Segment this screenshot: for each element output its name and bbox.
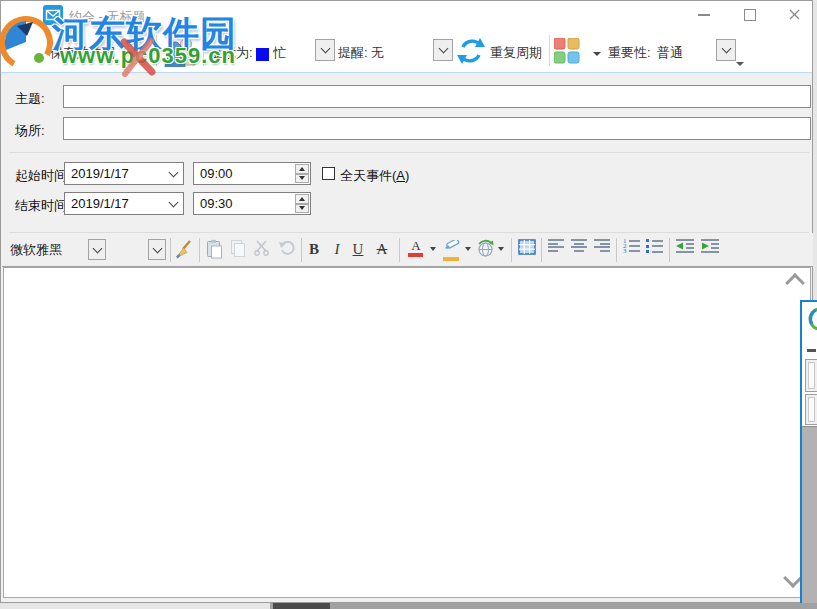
divider [549, 35, 550, 66]
table-grid-icon [518, 239, 536, 255]
people-icon [162, 35, 200, 67]
spin-down-icon [299, 206, 305, 210]
highlight-button[interactable] [443, 239, 461, 261]
highlight-dropdown-icon[interactable] [465, 247, 471, 251]
command-toolbar: 保存并关闭 显示为: 忙 提醒: 无 重复周期 [1, 29, 812, 73]
chevron-down-icon [320, 44, 330, 54]
dot [646, 245, 649, 248]
end-time-value: 09:30 [200, 196, 233, 211]
show-as-value: 忙 [273, 44, 286, 62]
increase-indent-button[interactable] [701, 239, 719, 257]
start-time-up-button[interactable] [295, 164, 309, 174]
all-day-label-suffix: ) [405, 168, 409, 183]
strikethrough-button[interactable]: A [373, 239, 391, 259]
bar [629, 250, 640, 252]
all-day-mnemonic: A [396, 168, 405, 183]
chevron-down-icon [168, 167, 178, 177]
scissors-icon [253, 239, 271, 257]
all-day-label-prefix: 全天事件( [340, 168, 396, 183]
align-left-button[interactable] [548, 239, 564, 252]
location-label: 场所: [15, 122, 45, 140]
font-name-value[interactable]: 微软雅黑 [10, 241, 62, 259]
minimize-button[interactable] [684, 1, 724, 28]
maximize-button[interactable] [730, 1, 770, 28]
cut-button[interactable] [253, 239, 271, 261]
close-button[interactable] [774, 1, 814, 28]
start-time-label: 起始时间: [15, 167, 71, 185]
divider [669, 238, 670, 262]
invite-attendees-button[interactable] [162, 35, 200, 71]
align-center-button[interactable] [571, 239, 587, 252]
importance-dropdown[interactable] [716, 39, 736, 61]
decrease-indent-button[interactable] [676, 239, 694, 257]
bar [548, 246, 564, 248]
end-time-down-button[interactable] [295, 204, 309, 214]
formatting-toolbar: 微软雅黑 [2, 233, 813, 267]
bar [600, 243, 610, 245]
window-title: 约会 - 无标题 [69, 8, 146, 26]
format-painter-button[interactable] [174, 239, 193, 263]
start-date-value: 2019/1/17 [71, 166, 129, 181]
outdent-icon [676, 239, 694, 253]
toolbar-overflow-icon[interactable] [736, 62, 744, 66]
undo-button[interactable] [278, 239, 295, 260]
recurrence-button[interactable] [456, 36, 486, 70]
insert-table-button[interactable] [518, 239, 536, 259]
background-window-fragment [800, 300, 817, 609]
align-right-button[interactable] [594, 239, 610, 252]
subject-input[interactable] [63, 85, 811, 108]
bullet-list-button[interactable] [646, 239, 663, 253]
bar [594, 246, 610, 248]
divider [156, 35, 157, 66]
undo-icon [278, 239, 295, 256]
recurrence-label[interactable]: 重复周期 [490, 44, 542, 62]
notes-editor[interactable] [3, 267, 811, 598]
align-center-icon [571, 239, 587, 241]
all-day-checkbox[interactable] [322, 167, 335, 180]
bar [652, 251, 663, 253]
divider [199, 238, 200, 262]
busy-color-swatch [256, 48, 269, 61]
end-time-label: 结束时间: [15, 197, 71, 215]
end-time-spinbox[interactable]: 09:30 [193, 192, 311, 215]
show-as-label: 显示为: [210, 44, 253, 62]
bar [571, 246, 587, 248]
font-name-dropdown[interactable] [88, 239, 106, 260]
font-size-dropdown[interactable] [148, 239, 166, 260]
bar [600, 250, 610, 252]
location-input[interactable] [63, 117, 811, 140]
divider [541, 238, 542, 262]
italic-button[interactable]: I [328, 239, 346, 259]
start-date-picker[interactable]: 2019/1/17 [64, 162, 184, 185]
show-as-dropdown[interactable] [315, 39, 335, 61]
close-icon [789, 9, 800, 20]
font-color-letter: A [408, 239, 424, 252]
bar [548, 250, 558, 252]
hyperlink-button[interactable] [476, 239, 495, 262]
copy-button[interactable] [229, 239, 247, 262]
background-app-logo-icon [806, 306, 817, 334]
scroll-up-icon[interactable] [785, 273, 805, 293]
divider [399, 238, 400, 262]
start-time-spinbox[interactable]: 09:00 [193, 162, 311, 185]
font-color-dropdown-icon[interactable] [430, 247, 436, 251]
start-time-down-button[interactable] [295, 174, 309, 184]
spin-up-icon [299, 167, 305, 171]
save-close-button[interactable]: 保存并关闭 [50, 44, 115, 62]
underline-button[interactable]: U [349, 239, 367, 259]
highlight-color-swatch [443, 257, 459, 261]
end-time-up-button[interactable] [295, 194, 309, 204]
categories-dropdown-icon[interactable] [593, 52, 601, 56]
paste-button[interactable] [205, 239, 223, 263]
categories-button[interactable] [554, 38, 580, 68]
reminder-dropdown[interactable] [433, 39, 453, 61]
chevron-down-icon [92, 243, 102, 253]
divider [511, 238, 512, 262]
numbered-list-button[interactable]: 1 2 3 [623, 239, 640, 253]
hyperlink-dropdown-icon[interactable] [498, 247, 504, 251]
divider [170, 238, 171, 262]
end-date-picker[interactable]: 2019/1/17 [64, 192, 184, 215]
bold-button[interactable]: B [305, 239, 323, 259]
font-color-button[interactable]: A [408, 239, 424, 257]
all-day-label[interactable]: 全天事件(A) [340, 167, 409, 185]
